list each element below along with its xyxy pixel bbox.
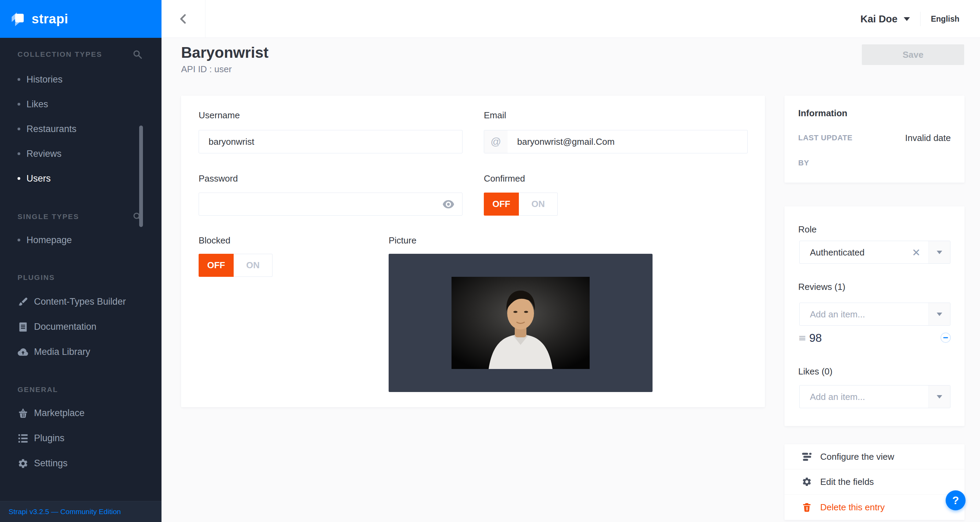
email-input[interactable] — [508, 130, 748, 153]
sidebar-nav: COLLECTION TYPES Histories Likes Restaur… — [0, 38, 162, 476]
clear-icon[interactable]: ✕ — [912, 246, 921, 258]
strapi-logo-icon — [11, 11, 26, 27]
at-sign-icon: @ — [484, 130, 508, 153]
sidebar-item-documentation[interactable]: Documentation — [0, 314, 162, 339]
section-title-collection-types: COLLECTION TYPES — [18, 50, 132, 59]
edit-fields-button[interactable]: Edit the fields — [784, 469, 964, 495]
page-title: Baryonwrist — [181, 44, 268, 61]
edit-fields-label: Edit the fields — [820, 477, 874, 487]
sidebar-item-users[interactable]: Users — [0, 166, 162, 191]
review-item-link[interactable]: 98 — [809, 332, 822, 345]
user-photo — [452, 277, 590, 369]
language-selector[interactable]: English — [931, 14, 959, 24]
select-arrow-zone[interactable] — [929, 241, 950, 263]
back-button[interactable] — [162, 0, 205, 38]
save-button[interactable]: Save — [862, 45, 964, 65]
sidebar-footer: Strapi v3.2.5 — Community Edition — [0, 501, 162, 522]
bullet-icon — [18, 128, 20, 130]
sidebar-item-plugins[interactable]: Plugins — [0, 426, 162, 451]
general-list: Marketplace Plugins Settings — [0, 401, 162, 476]
sidebar-item-histories[interactable]: Histories — [0, 67, 162, 92]
user-menu[interactable]: Kai Doe — [861, 13, 910, 25]
review-relation-item: ≡ 98 — [784, 331, 964, 346]
information-card: Information LAST UPDATE Invalid date BY — [784, 96, 964, 183]
sidebar-item-label: Histories — [27, 74, 62, 85]
remove-item-button[interactable] — [940, 332, 951, 343]
divider — [920, 12, 921, 26]
bullet-icon — [18, 177, 20, 180]
right-panel: Information LAST UPDATE Invalid date BY … — [784, 96, 964, 520]
select-arrow-zone[interactable] — [929, 385, 950, 408]
reviews-label: Reviews (1) — [798, 282, 845, 292]
strapi-logo[interactable]: strapi — [0, 0, 162, 38]
email-label: Email — [484, 110, 506, 121]
trash-icon — [802, 502, 812, 512]
configure-view-label: Configure the view — [820, 452, 894, 462]
confirmed-label: Confirmed — [484, 173, 525, 184]
user-name: Kai Doe — [861, 13, 897, 25]
blocked-toggle-on[interactable]: ON — [234, 254, 272, 277]
select-arrow-zone[interactable] — [929, 303, 950, 325]
sidebar-item-media-library[interactable]: Media Library — [0, 339, 162, 364]
sidebar-item-marketplace[interactable]: Marketplace — [0, 401, 162, 426]
single-types-list: Homepage — [0, 228, 162, 252]
blocked-toggle-off[interactable]: OFF — [199, 254, 234, 277]
username-input[interactable] — [199, 130, 462, 153]
sidebar-item-label: Plugins — [34, 433, 65, 444]
information-title: Information — [798, 108, 847, 119]
sidebar-item-label: Media Library — [34, 346, 91, 357]
search-icon[interactable] — [132, 49, 143, 59]
likes-add-select[interactable]: Add an item... — [799, 385, 950, 408]
content-area: Baryonwrist API ID : user Save Username … — [162, 38, 980, 522]
chevron-down-icon — [937, 313, 942, 316]
sidebar-item-label: Content-Types Builder — [34, 297, 126, 307]
picture-label: Picture — [389, 235, 417, 246]
likes-placeholder: Add an item... — [810, 391, 865, 402]
role-select[interactable]: Authenticated ✕ — [799, 241, 950, 264]
gear-icon — [802, 477, 812, 487]
sidebar-item-label: Reviews — [27, 148, 62, 159]
username-field-wrap — [199, 130, 463, 153]
sidebar-item-restaurants[interactable]: Restaurants — [0, 117, 162, 141]
sidebar-item-homepage[interactable]: Homepage — [0, 228, 162, 252]
picture-field[interactable] — [389, 254, 652, 392]
likes-label: Likes (0) — [798, 366, 833, 377]
help-button[interactable]: ? — [946, 490, 966, 510]
bullet-icon — [18, 78, 20, 81]
confirmed-toggle-off[interactable]: OFF — [484, 193, 519, 216]
password-input[interactable] — [199, 193, 462, 215]
logo-text: strapi — [32, 12, 68, 27]
cloud-upload-icon — [18, 346, 29, 358]
sidebar-item-label: Documentation — [34, 321, 97, 332]
sidebar-item-label: Restaurants — [27, 124, 76, 134]
by-label: BY — [798, 158, 809, 168]
role-value: Authenticated — [810, 247, 865, 257]
collection-types-list: Histories Likes Restaurants Reviews User… — [0, 67, 162, 191]
email-field-wrap: @ — [484, 130, 748, 153]
sidebar-item-content-types-builder[interactable]: Content-Types Builder — [0, 289, 162, 314]
confirmed-toggle-on[interactable]: ON — [519, 193, 558, 216]
reviews-add-select[interactable]: Add an item... — [799, 303, 950, 326]
reviews-placeholder: Add an item... — [810, 309, 865, 319]
section-title-general: GENERAL — [18, 385, 143, 394]
confirmed-toggle: OFF ON — [484, 193, 558, 216]
eye-icon[interactable] — [442, 200, 455, 209]
role-label: Role — [798, 224, 816, 235]
basket-icon — [18, 408, 29, 419]
strapi-version-link[interactable]: Strapi v3.2.5 — Community Edition — [9, 508, 121, 516]
sidebar-item-reviews[interactable]: Reviews — [0, 141, 162, 166]
sidebar-item-label: Likes — [27, 99, 48, 110]
chevron-down-icon — [904, 17, 910, 21]
sidebar-item-settings[interactable]: Settings — [0, 451, 162, 476]
sidebar-item-label: Settings — [34, 458, 68, 469]
sidebar-item-label: Homepage — [27, 235, 72, 246]
sidebar-scrollbar[interactable] — [139, 126, 143, 227]
drag-handle-icon[interactable]: ≡ — [798, 332, 806, 343]
delete-entry-button[interactable]: Delete this entry — [784, 495, 964, 520]
top-bar: Kai Doe English — [162, 0, 980, 38]
list-icon — [18, 433, 29, 444]
delete-entry-label: Delete this entry — [820, 502, 885, 513]
sidebar-item-label: Users — [27, 173, 51, 184]
configure-view-button[interactable]: Configure the view — [784, 444, 964, 469]
sidebar-item-likes[interactable]: Likes — [0, 92, 162, 117]
